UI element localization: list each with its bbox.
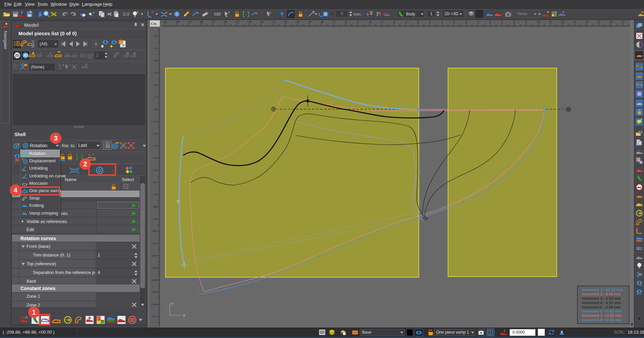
- svg-text:−9: −9: [308, 20, 311, 23]
- svg-text:3: 3: [154, 71, 156, 74]
- svg-text:−21: −21: [162, 20, 167, 23]
- svg-text:14: 14: [585, 20, 589, 23]
- svg-text:−15: −15: [235, 20, 240, 23]
- svg-text:−6: −6: [344, 20, 347, 23]
- svg-text:+: +: [228, 10, 230, 14]
- svg-text:−9: −9: [152, 217, 156, 221]
- svg-text:2D: 2D: [15, 54, 19, 57]
- svg-text:Increment 7: +0.02 mm: Increment 7: +0.02 mm: [582, 314, 622, 318]
- svg-text:8: 8: [513, 20, 515, 23]
- svg-text:+: +: [547, 10, 549, 14]
- svg-text:6: 6: [490, 20, 491, 23]
- svg-text:−5: −5: [356, 20, 359, 23]
- svg-text:Increment 2: -9.69 mm: Increment 2: -9.69 mm: [582, 292, 621, 296]
- svg-text:--: --: [245, 13, 247, 16]
- svg-text:−13: −13: [151, 266, 156, 270]
- svg-text:Y: Y: [171, 302, 174, 306]
- svg-text:−2: −2: [152, 132, 156, 135]
- svg-text:−7: −7: [152, 193, 156, 196]
- svg-text:−20: −20: [175, 20, 180, 23]
- svg-text:9: 9: [526, 20, 527, 23]
- svg-text:+: +: [93, 10, 95, 14]
- svg-text:10: 10: [537, 20, 540, 23]
- svg-text:Increment 5: -0.89 mm: Increment 5: -0.89 mm: [582, 305, 621, 309]
- svg-text:−18: −18: [198, 20, 203, 23]
- svg-text:X: X: [183, 314, 186, 318]
- svg-text:0: 0: [417, 20, 419, 23]
- svg-text:Increment 6: +0.02 mm: Increment 6: +0.02 mm: [582, 309, 622, 313]
- svg-text:12: 12: [561, 20, 564, 23]
- svg-text:+: +: [378, 11, 380, 15]
- svg-text:−4: −4: [368, 20, 371, 23]
- svg-text:Cm.: Cm.: [151, 21, 157, 25]
- svg-text:Increment 8: +0.00 mm: Increment 8: +0.00 mm: [582, 318, 622, 322]
- svg-text:−12: −12: [271, 20, 276, 23]
- svg-text:17: 17: [622, 20, 625, 23]
- svg-text:−1: −1: [152, 120, 156, 123]
- svg-text:−1: −1: [404, 20, 407, 23]
- svg-text:−8: −8: [320, 20, 323, 23]
- svg-text:16: 16: [609, 20, 613, 23]
- svg-text:4: 4: [154, 59, 156, 62]
- svg-text:x: x: [269, 10, 271, 14]
- svg-text:−3: −3: [380, 20, 383, 23]
- svg-text:+: +: [151, 10, 154, 14]
- svg-text:4: 4: [465, 20, 467, 23]
- svg-text:2: 2: [154, 83, 156, 87]
- svg-text:1: 1: [429, 20, 431, 23]
- svg-text:Increment 1: -10.18 mm: Increment 1: -10.18 mm: [582, 288, 623, 292]
- svg-text:11: 11: [549, 20, 552, 23]
- svg-text:15: 15: [597, 20, 601, 23]
- svg-text:−13: −13: [259, 20, 264, 23]
- svg-text:Increment 3: -6.50 mm: Increment 3: -6.50 mm: [582, 296, 621, 300]
- svg-text:−17: −17: [151, 315, 156, 318]
- svg-text:S: S: [127, 11, 130, 17]
- svg-text:−11: −11: [283, 20, 288, 23]
- svg-text:1: 1: [154, 96, 156, 99]
- svg-text:+: +: [641, 10, 643, 14]
- svg-text:6: 6: [154, 35, 156, 38]
- svg-text:−7: −7: [332, 20, 335, 23]
- svg-text:13: 13: [573, 20, 577, 23]
- svg-text:5: 5: [478, 20, 479, 23]
- svg-text:−4: −4: [152, 156, 156, 160]
- svg-text:3D: 3D: [23, 54, 28, 57]
- svg-text:+: +: [137, 10, 139, 14]
- svg-text:−10: −10: [295, 20, 300, 23]
- svg-text:−14: −14: [151, 278, 156, 282]
- svg-text:−12: −12: [151, 254, 156, 257]
- svg-text:7: 7: [501, 20, 503, 23]
- svg-text:+: +: [206, 10, 208, 15]
- svg-text:0: 0: [154, 108, 156, 111]
- svg-text:2: 2: [441, 20, 443, 23]
- svg-text:5: 5: [154, 47, 156, 50]
- svg-text:−16: −16: [151, 303, 156, 306]
- svg-text:−3: −3: [152, 144, 156, 148]
- svg-text:−14: −14: [247, 20, 252, 23]
- svg-text:−2: −2: [392, 20, 395, 23]
- svg-text:−8: −8: [152, 205, 156, 209]
- svg-text:−17: −17: [210, 20, 215, 23]
- svg-text:−11: −11: [151, 242, 156, 245]
- svg-text:−15: −15: [151, 290, 156, 294]
- svg-text:Increment 4: -3.26 mm: Increment 4: -3.26 mm: [582, 301, 621, 305]
- svg-text:+: +: [165, 10, 167, 15]
- svg-text:$: $: [504, 329, 505, 333]
- svg-text:−5: −5: [152, 169, 156, 172]
- svg-text:3: 3: [453, 20, 455, 23]
- svg-text:−6: −6: [152, 181, 156, 184]
- svg-text:−19: −19: [187, 20, 192, 23]
- svg-text:−16: −16: [222, 20, 228, 23]
- svg-text:−10: −10: [151, 229, 156, 233]
